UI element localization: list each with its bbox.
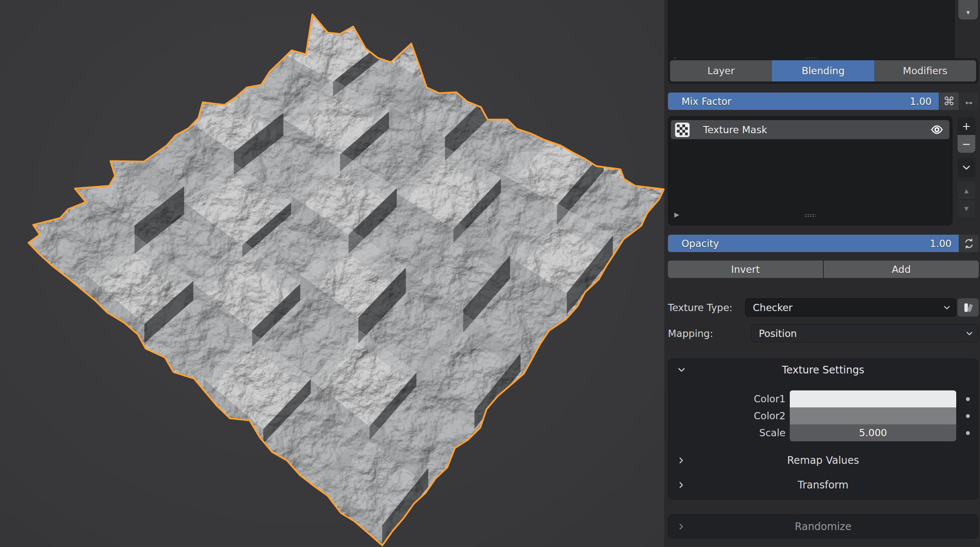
terrain-mesh[interactable] [0,0,665,547]
tab-modifiers[interactable]: Modifiers [874,60,976,81]
texture-settings-title: Texture Settings [668,364,978,376]
invert-button[interactable]: Invert [668,261,823,278]
texture-settings-header[interactable]: Texture Settings [668,359,978,381]
color2-swatch[interactable] [790,407,956,424]
chevron-down-icon [965,329,974,338]
texture-presets-button[interactable] [957,298,979,317]
remap-values-title: Remap Values [668,454,978,466]
texture-type-value: Checker [746,302,793,313]
scale-field[interactable]: 5.000 [790,424,956,441]
opacity-slider[interactable]: Opacity 1.00 [668,235,959,252]
randomize-panel: Randomize [668,514,978,539]
tab-layer[interactable]: Layer [670,60,772,81]
remap-values-header[interactable]: Remap Values [668,452,978,469]
resize-grip-icon[interactable] [805,214,816,217]
keyframe-decorator-dot[interactable] [966,414,970,418]
keyframe-decorator-dot[interactable] [966,431,970,435]
refresh-arrows-icon [963,238,975,250]
blender-window: ▶ ▼ Layer Blending Modifiers Mix Factor … [0,0,980,547]
viewport-3d[interactable] [0,0,665,547]
list-controls: + − ▲ ▼ [957,116,975,225]
list-item-texture-mask[interactable]: Texture Mask [671,120,949,139]
cycle-refresh-button[interactable] [959,235,979,252]
color2-label: Color2 [668,410,786,421]
left-right-arrow-icon: ↔ [963,95,974,108]
mapping-value: Position [752,328,797,339]
expand-right-icon[interactable]: ▶ [674,211,679,219]
randomize-header[interactable]: Randomize [668,515,978,538]
down-triangle-icon: ▼ [966,9,971,16]
checker-texture-icon [675,123,690,137]
color1-label: Color1 [668,393,786,404]
chevron-down-icon [942,303,952,312]
texture-type-dropdown[interactable]: Checker [745,298,956,317]
properties-panel: ▶ ▼ Layer Blending Modifiers Mix Factor … [665,0,980,547]
texture-settings-panel: Texture Settings Color1 Color2 Scale 5.0… [668,359,978,499]
list-item-label: Texture Mask [703,124,767,135]
animate-property-icon: ⌘ [943,95,955,108]
list-add-button[interactable]: + [957,117,975,135]
mix-factor-slider[interactable]: Mix Factor 1.00 [668,93,939,110]
preset-swatches-icon [962,302,974,314]
extrapolate-button[interactable]: ↔ [959,93,979,110]
keyframe-decorator-dot[interactable] [966,397,970,401]
mapping-label: Mapping: [668,328,751,339]
randomize-title: Randomize [668,521,978,533]
scale-value: 5.000 [859,427,887,438]
scale-label: Scale [668,427,786,438]
mapping-dropdown[interactable]: Position [751,324,979,342]
texture-type-label: Texture Type: [668,302,745,313]
region-collapse-button[interactable]: ▼ [958,0,978,20]
mix-factor-value: 1.00 [910,96,939,107]
mix-factor-label: Mix Factor [668,96,732,107]
animate-property-button[interactable]: ⌘ [939,93,959,110]
list-specials-button[interactable] [957,158,975,177]
opacity-value: 1.00 [930,238,959,249]
list-move-up-button[interactable]: ▲ [957,182,975,199]
tab-blending[interactable]: Blending [772,60,874,81]
list-remove-button[interactable]: − [957,135,975,153]
visibility-eye-icon[interactable] [930,123,943,136]
add-button[interactable]: Add [824,261,979,278]
chevron-down-icon [962,163,971,172]
color1-swatch[interactable] [790,390,956,407]
transform-title: Transform [668,479,978,491]
texture-mask-list[interactable]: Texture Mask ▶ [668,116,952,225]
opacity-label: Opacity [668,238,719,249]
transform-header[interactable]: Transform [668,476,978,494]
list-move-down-button[interactable]: ▼ [957,199,975,217]
tab-strip: Layer Blending Modifiers [668,58,978,84]
